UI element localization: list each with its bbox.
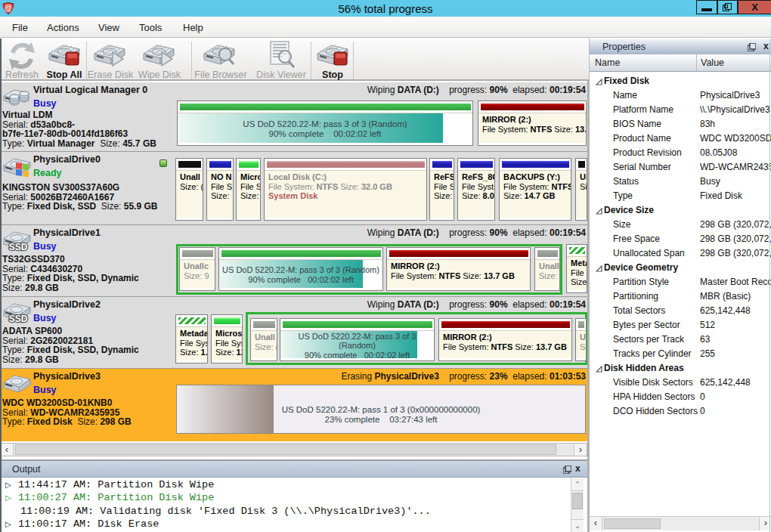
- svg-text:SSD: SSD: [9, 242, 28, 252]
- svg-text:SSD: SSD: [9, 314, 28, 324]
